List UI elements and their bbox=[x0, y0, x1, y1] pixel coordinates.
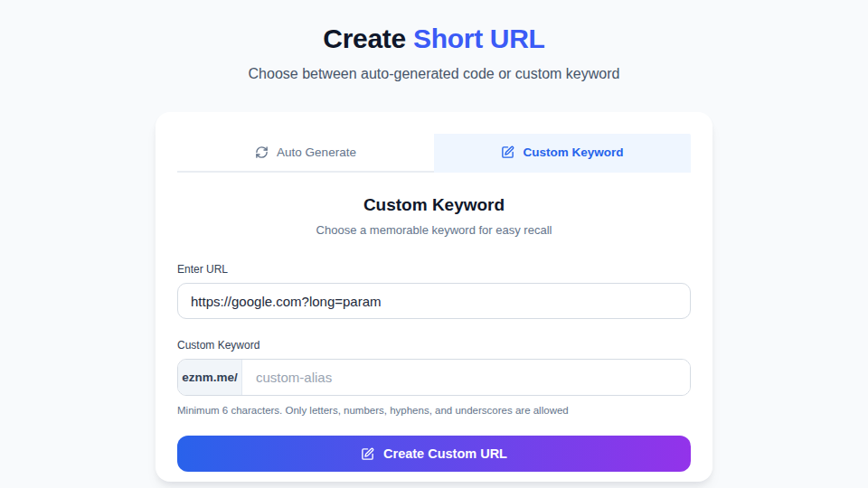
page-title-primary: Create bbox=[323, 23, 406, 53]
keyword-prefix: eznm.me/ bbox=[178, 360, 242, 395]
keyword-hint: Minimum 6 characters. Only letters, numb… bbox=[177, 405, 691, 416]
tab-auto-generate[interactable]: Auto Generate bbox=[177, 134, 434, 173]
keyword-input-group: eznm.me/ bbox=[177, 359, 691, 396]
panel-heading: Custom Keyword bbox=[177, 195, 691, 215]
page-title: Create Short URL bbox=[0, 23, 868, 54]
edit-icon bbox=[361, 447, 374, 461]
url-field-label: Enter URL bbox=[177, 263, 691, 276]
create-custom-url-label: Create Custom URL bbox=[383, 446, 507, 461]
keyword-input[interactable] bbox=[242, 360, 690, 395]
create-custom-url-button[interactable]: Create Custom URL bbox=[177, 436, 691, 472]
page-header: Create Short URL Choose between auto-gen… bbox=[0, 0, 868, 82]
tab-custom-keyword[interactable]: Custom Keyword bbox=[434, 134, 691, 173]
create-url-card: Auto Generate Custom Keyword Custom Keyw… bbox=[156, 112, 712, 482]
tabs-row: Auto Generate Custom Keyword bbox=[177, 134, 691, 173]
edit-icon bbox=[501, 145, 514, 159]
tab-auto-generate-label: Auto Generate bbox=[277, 145, 356, 159]
page-subtitle: Choose between auto-generated code or cu… bbox=[0, 66, 868, 82]
keyword-field-label: Custom Keyword bbox=[177, 339, 691, 352]
panel-subheading: Choose a memorable keyword for easy reca… bbox=[177, 223, 691, 237]
url-input[interactable] bbox=[177, 283, 691, 319]
page-title-accent: Short URL bbox=[413, 23, 545, 53]
refresh-icon bbox=[255, 145, 269, 159]
tab-custom-keyword-label: Custom Keyword bbox=[523, 145, 623, 159]
